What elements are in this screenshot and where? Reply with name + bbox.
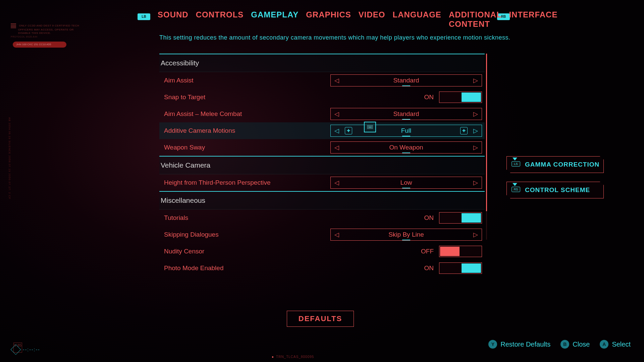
- dots-deco: --:--:--: [23, 347, 40, 352]
- chevron-down-icon: [513, 183, 517, 186]
- tab-video[interactable]: VIDEO: [359, 10, 385, 19]
- row-aim-assist[interactable]: Aim Assist ◁ Standard ▷: [159, 72, 485, 89]
- deco-badge: JHN 100 CKC 151 CC10 A55: [13, 42, 66, 48]
- chevron-down-icon: [513, 158, 517, 161]
- row-tutorials[interactable]: Tutorials ON: [159, 209, 485, 226]
- section-vehicle: Vehicle Camera: [159, 156, 485, 174]
- value-skipping: Skip By Line: [343, 231, 470, 238]
- row-height-tp[interactable]: Height from Third-Person Perspective ◁ L…: [159, 174, 485, 191]
- tab-language[interactable]: LANGUAGE: [393, 10, 441, 19]
- arrow-left-icon[interactable]: ◁: [331, 127, 343, 134]
- hint-select-label: Select: [612, 341, 631, 348]
- row-additive-camera[interactable]: Additive Camera Motions − ◁ ✚ Full ✚ ▷: [159, 122, 485, 139]
- stick-rs-icon: RS: [512, 187, 520, 192]
- label-snap-target: Snap to Target: [164, 94, 424, 101]
- hint-select: A Select: [600, 340, 631, 349]
- side-control-button[interactable]: RS CONTROL SCHEME: [506, 182, 604, 198]
- toggle-tutorials[interactable]: [439, 212, 482, 224]
- a-button-icon: A: [600, 340, 608, 349]
- hint-close-label: Close: [573, 341, 590, 348]
- row-photo[interactable]: Photo Mode Enabled ON: [159, 260, 485, 277]
- hint-close: B Close: [560, 340, 590, 349]
- arrow-right-icon[interactable]: ▷: [470, 231, 482, 238]
- dpad-left-icon: ✚: [345, 127, 352, 134]
- tab-sound[interactable]: SOUND: [158, 10, 189, 19]
- label-aim-melee: Aim Assist – Melee Combat: [164, 110, 330, 118]
- tab-interface[interactable]: INTERFACE: [509, 10, 557, 19]
- value-additive-camera: Full: [354, 127, 458, 134]
- setting-description: This setting reduces the amount of secon…: [159, 34, 510, 41]
- arrow-right-icon[interactable]: ▷: [470, 110, 482, 118]
- deco-bottom-left: --:--:--: [12, 346, 40, 353]
- arrow-left-icon[interactable]: ◁: [331, 231, 343, 238]
- arrow-left-icon[interactable]: ◁: [331, 144, 343, 151]
- label-aim-assist: Aim Assist: [164, 77, 330, 84]
- arrow-right-icon[interactable]: ▷: [470, 127, 482, 134]
- tab-additional[interactable]: ADDITIONAL CONTENT: [449, 10, 502, 29]
- arrow-left-icon[interactable]: ◁: [331, 77, 343, 84]
- deco-bottom-code: ●TRN_TLCAS_800095: [272, 355, 314, 359]
- deco-top-left: ONLY CC3D AND DEST 9 CERTIFIED TECH OFFI…: [11, 23, 79, 39]
- side-gamma-button[interactable]: LS GAMMA CORRECTION: [506, 156, 604, 173]
- value-aim-assist: Standard: [343, 77, 470, 84]
- section-misc: Miscellaneous: [159, 191, 485, 209]
- tab-gameplay[interactable]: GAMEPLAY: [251, 10, 299, 19]
- selector-aim-melee[interactable]: ◁ Standard ▷: [330, 108, 482, 120]
- arrow-left-icon[interactable]: ◁: [331, 179, 343, 186]
- arrow-right-icon[interactable]: ▷: [470, 77, 482, 84]
- row-snap-target[interactable]: Snap to Target ON: [159, 89, 485, 106]
- tab-controls[interactable]: CONTROLS: [196, 10, 244, 19]
- section-accessibility: Accessibility: [159, 54, 485, 72]
- dpad-right-icon: ✚: [460, 127, 468, 134]
- label-nudity: Nudity Censor: [164, 248, 421, 255]
- toggle-state-photo: ON: [424, 264, 434, 272]
- deco-side-text: AB 2054.06.19 SILENCE 2058.07.19 2050.07…: [8, 117, 11, 199]
- row-weapon-sway[interactable]: Weapon Sway ◁ On Weapon ▷: [159, 139, 485, 156]
- toggle-snap-target[interactable]: [439, 92, 482, 103]
- top-nav: SOUND CONTROLS GAMEPLAY GRAPHICS VIDEO L…: [158, 10, 500, 29]
- scrollbar-thumb[interactable]: [486, 54, 487, 211]
- y-button-icon: Y: [488, 340, 497, 349]
- label-height-tp: Height from Third-Person Perspective: [164, 179, 330, 186]
- side-control-label: CONTROL SCHEME: [525, 186, 590, 194]
- hint-restore: Y Restore Defaults: [488, 340, 550, 349]
- arrow-left-icon[interactable]: ◁: [331, 110, 343, 118]
- hex-icon: [10, 344, 21, 355]
- toggle-nudity[interactable]: [439, 246, 482, 257]
- value-height-tp: Low: [343, 179, 470, 186]
- toggle-state-nudity: OFF: [421, 248, 434, 255]
- selector-aim-assist[interactable]: ◁ Standard ▷: [330, 74, 482, 86]
- selector-additive-camera[interactable]: − ◁ ✚ Full ✚ ▷: [330, 125, 482, 137]
- stick-ls-icon: LS: [512, 161, 520, 167]
- toggle-photo[interactable]: [439, 262, 482, 274]
- arrow-right-icon[interactable]: ▷: [470, 179, 482, 186]
- side-gamma-label: GAMMA CORRECTION: [525, 161, 599, 168]
- label-additive-camera: Additive Camera Motions: [164, 127, 330, 134]
- tab-graphics[interactable]: GRAPHICS: [306, 10, 351, 19]
- value-aim-melee: Standard: [343, 110, 470, 118]
- selector-height-tp[interactable]: ◁ Low ▷: [330, 177, 482, 189]
- row-skipping[interactable]: Skipping Dialogues ◁ Skip By Line ▷: [159, 226, 485, 243]
- selector-weapon-sway[interactable]: ◁ On Weapon ▷: [330, 141, 482, 154]
- button-hints: Y Restore Defaults B Close A Select: [488, 340, 631, 349]
- toggle-state-snap: ON: [424, 94, 434, 101]
- toggle-state-tutorials: ON: [424, 214, 434, 222]
- label-photo: Photo Mode Enabled: [164, 264, 424, 272]
- lb-badge: LB: [138, 13, 150, 20]
- settings-panel: Accessibility Aim Assist ◁ Standard ▷ Sn…: [159, 54, 485, 277]
- label-tutorials: Tutorials: [164, 214, 424, 222]
- row-aim-melee[interactable]: Aim Assist – Melee Combat ◁ Standard ▷: [159, 106, 485, 122]
- scrollbar[interactable]: [486, 54, 487, 240]
- arrow-right-icon[interactable]: ▷: [470, 144, 482, 151]
- value-weapon-sway: On Weapon: [343, 144, 470, 151]
- selector-skipping[interactable]: ◁ Skip By Line ▷: [330, 229, 482, 241]
- label-skipping: Skipping Dialogues: [164, 231, 330, 238]
- row-nudity[interactable]: Nudity Censor OFF: [159, 243, 485, 260]
- label-weapon-sway: Weapon Sway: [164, 144, 330, 151]
- b-button-icon: B: [560, 340, 569, 349]
- hint-restore-label: Restore Defaults: [500, 341, 550, 348]
- defaults-button[interactable]: DEFAULTS: [287, 311, 354, 327]
